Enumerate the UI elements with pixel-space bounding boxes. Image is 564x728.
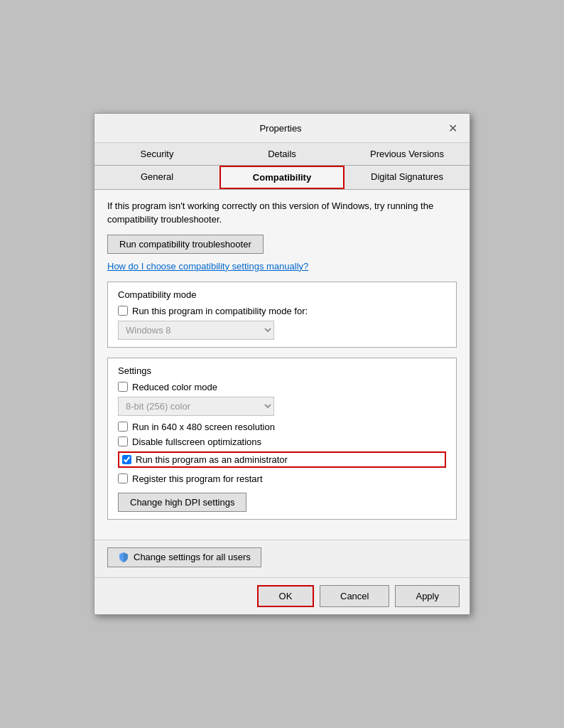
tab-compatibility[interactable]: Compatibility bbox=[219, 166, 345, 189]
admin-checkbox[interactable] bbox=[122, 455, 131, 464]
fullscreen-row: Disable fullscreen optimizations bbox=[118, 437, 446, 447]
resolution-label: Run in 640 x 480 screen resolution bbox=[132, 422, 275, 432]
description-text: If this program isn't working correctly … bbox=[107, 200, 457, 225]
tab-general[interactable]: General bbox=[94, 166, 219, 189]
title-bar: Properties ✕ bbox=[94, 114, 470, 143]
tab-details[interactable]: Details bbox=[219, 143, 345, 165]
tab-previous-versions[interactable]: Previous Versions bbox=[345, 143, 470, 165]
tab-digital-signatures[interactable]: Digital Signatures bbox=[345, 166, 470, 189]
restart-row: Register this program for restart bbox=[118, 473, 446, 484]
resolution-row: Run in 640 x 480 screen resolution bbox=[118, 422, 446, 432]
restart-label: Register this program for restart bbox=[132, 473, 263, 484]
admin-row-highlighted: Run this program as an administrator bbox=[118, 451, 446, 468]
change-dpi-button[interactable]: Change high DPI settings bbox=[118, 493, 246, 512]
tab-row-1: Security Details Previous Versions bbox=[94, 143, 470, 166]
run-troubleshooter-button[interactable]: Run compatibility troubleshooter bbox=[107, 235, 264, 254]
tab-row-2: General Compatibility Digital Signatures bbox=[94, 166, 470, 190]
admin-label: Run this program as an administrator bbox=[136, 454, 288, 465]
change-users-button[interactable]: Change settings for all users bbox=[107, 547, 261, 567]
compatibility-help-link[interactable]: How do I choose compatibility settings m… bbox=[107, 261, 457, 272]
bottom-section: Change settings for all users bbox=[94, 540, 470, 577]
compatibility-mode-dropdown[interactable]: Windows 8 Windows 7 Windows XP Windows V… bbox=[118, 321, 274, 340]
dialog-title: Properties bbox=[117, 123, 444, 134]
compatibility-mode-group: Compatibility mode Run this program in c… bbox=[107, 282, 457, 348]
close-button[interactable]: ✕ bbox=[444, 119, 461, 136]
tab-security[interactable]: Security bbox=[94, 143, 219, 165]
compatibility-mode-checkbox[interactable] bbox=[118, 306, 128, 316]
shield-icon bbox=[118, 552, 129, 563]
cancel-button[interactable]: Cancel bbox=[320, 585, 389, 607]
compatibility-mode-label: Compatibility mode bbox=[118, 289, 446, 300]
apply-button[interactable]: Apply bbox=[395, 585, 460, 607]
tab-content: If this program isn't working correctly … bbox=[94, 190, 470, 539]
properties-dialog: Properties ✕ Security Details Previous V… bbox=[94, 113, 470, 614]
reduced-color-row: Reduced color mode bbox=[118, 382, 446, 392]
settings-group: Settings Reduced color mode 8-bit (256) … bbox=[107, 358, 457, 520]
color-mode-dropdown[interactable]: 8-bit (256) color 16-bit color bbox=[118, 397, 274, 416]
fullscreen-checkbox[interactable] bbox=[118, 437, 128, 446]
restart-checkbox[interactable] bbox=[118, 473, 128, 483]
settings-label: Settings bbox=[118, 365, 446, 376]
resolution-checkbox[interactable] bbox=[118, 422, 128, 432]
ok-button[interactable]: OK bbox=[257, 585, 314, 607]
compatibility-mode-checkbox-label: Run this program in compatibility mode f… bbox=[132, 306, 308, 316]
change-users-label: Change settings for all users bbox=[134, 552, 251, 562]
reduced-color-checkbox[interactable] bbox=[118, 382, 128, 392]
reduced-color-label: Reduced color mode bbox=[132, 382, 217, 392]
footer: OK Cancel Apply bbox=[94, 577, 470, 614]
compatibility-mode-checkbox-row: Run this program in compatibility mode f… bbox=[118, 306, 446, 316]
fullscreen-label: Disable fullscreen optimizations bbox=[132, 437, 261, 447]
